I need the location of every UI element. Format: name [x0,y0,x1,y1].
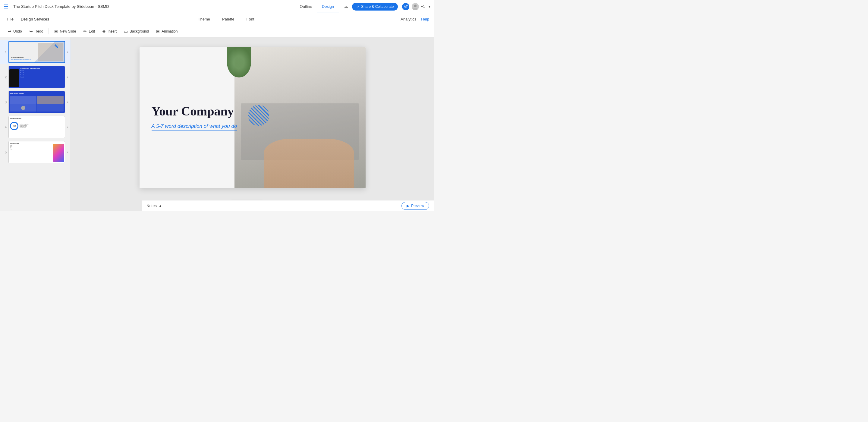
undo-icon: ↩ [8,29,11,34]
slide-thumbnail-5: The Product Point 1Point 2Point 3Point 4 [8,141,65,163]
slide-2-chevron[interactable]: › [67,75,68,79]
slide-3-chevron[interactable]: › [67,100,68,104]
tab-design[interactable]: Design [317,1,339,12]
company-logo [248,105,269,126]
nav-tabs: Outline Design [295,1,339,12]
thumb3-cell4 [37,104,64,112]
slide-thumbnail-3: Who we are serving [8,91,65,113]
second-navigation: File Design Services Theme Palette Font … [0,13,434,25]
canvas-area: Your Company A 5-7 word description of w… [71,37,434,211]
edit-button[interactable]: ✏ Edit [80,27,98,35]
avatar-photo [411,2,420,11]
slide-panel: 1 Your Company A 5-7 word description of… [0,37,71,211]
redo-button[interactable]: ↪ Redo [26,27,46,35]
thumb5-colorblock [53,144,64,162]
notes-chevron-icon: ▲ [158,204,162,208]
slide-4-chevron[interactable]: › [67,125,68,129]
slide-number-5: 5 [2,150,7,154]
redo-icon: ↪ [29,29,33,34]
avatar-group: AT +1 [401,2,425,11]
top-navigation: ☰ The Startup Pitch Deck Template by Sli… [0,0,434,13]
thumb4-description: Use three competitive... similar product… [20,124,64,128]
toolbar-divider-1 [49,28,49,34]
animation-button[interactable]: ⊞ Animation [153,27,181,35]
slide-item-1[interactable]: 1 Your Company A 5-7 word description of… [0,40,70,64]
slide-number-2: 2 [2,76,7,79]
help-link[interactable]: Help [421,17,429,21]
thumb1-company: Your Company [11,56,31,58]
thumb1-laptop [38,43,63,61]
thumb2-point1: Point 1 [20,70,64,71]
tab-font[interactable]: Font [244,16,257,23]
analytics-link[interactable]: Analytics [401,17,416,21]
editor-toolbar: ↩ Undo ↪ Redo ⊞ New Slide ✏ Edit ⊕ Inser… [0,25,434,37]
notes-bar: Notes ▲ ▶ Preview [142,200,434,211]
slide-thumbnail-2: The Problem & Opportunity Point 1 Point … [8,66,65,88]
thumb1-circle [54,44,59,48]
insert-button[interactable]: ⊕ Insert [99,27,120,35]
thumb1-subtitle: A 5-7 word description of what you do [11,58,31,60]
avatar-at: AT [401,2,410,11]
chevron-down-icon[interactable]: ▾ [429,4,430,9]
slide-number-3: 3 [2,100,7,104]
cloud-icon: ☁ [344,4,348,9]
slide-number-1: 1 [2,50,7,54]
share-icon: ↗ [356,4,359,9]
file-menu-item[interactable]: File [5,16,16,23]
slide-thumbnail-4: The Market Size TAM Use three competitiv… [8,116,65,138]
thumb3-title: Who we are serving [10,93,64,94]
new-slide-button[interactable]: ⊞ New Slide [51,27,79,35]
thumb2-point2: Point 2 [20,72,64,73]
design-tabs-group: Theme Palette Font [52,16,401,23]
slide-canvas[interactable]: Your Company A 5-7 word description of w… [140,47,366,188]
company-subtitle-text: A 5-7 word description of what you do [152,123,237,131]
slide-number-4: 4 [2,125,7,129]
thumb4-title: The Market Size [10,118,64,119]
logo-circle [248,105,269,126]
thumb4-circle: TAM [10,122,19,130]
slide-item-4[interactable]: 4 The Market Size TAM Use three competit… [0,115,70,139]
app-title: The Startup Pitch Deck Template by Slide… [13,4,290,9]
file-menu-group: File Design Services [5,16,52,23]
background-icon: ▭ [124,29,128,34]
svg-point-1 [413,7,418,10]
insert-icon: ⊕ [102,29,106,34]
tab-palette[interactable]: Palette [220,16,237,23]
tab-theme[interactable]: Theme [195,16,213,23]
thumb2-point4: Point 4 [20,76,64,78]
menu-icon[interactable]: ☰ [4,3,8,10]
analytics-help-group: Analytics Help [401,17,429,21]
thumb2-title: The Problem & Opportunity [20,67,64,69]
avatar-count: +1 [421,4,425,9]
preview-button[interactable]: ▶ Preview [401,202,429,210]
slide-5-chevron[interactable]: › [67,150,68,154]
thumb3-cell1 [10,96,36,104]
slide-item-3[interactable]: 3 Who we are serving › [0,90,70,114]
canvas-wrapper: Your Company A 5-7 word description of w… [71,37,434,198]
hands-decoration [264,139,354,188]
thumb3-cell2 [37,96,64,104]
slide-item-5[interactable]: 5 The Product Point 1Point 2Point 3Point… [0,140,70,164]
animation-icon: ⊞ [156,29,160,34]
plant-decoration [227,47,251,78]
nav-right: ☁ ↗ Share & Collaborate AT +1 ▾ [344,2,430,11]
new-slide-icon: ⊞ [54,29,58,34]
slide-item-2[interactable]: 2 The Problem & Opportunity Point 1 Poin… [0,65,70,89]
edit-icon: ✏ [83,29,87,34]
slide-1-chevron[interactable]: › [67,50,68,54]
thumb2-point3: Point 3 [20,74,64,76]
undo-button[interactable]: ↩ Undo [5,27,25,35]
background-button[interactable]: ▭ Background [121,27,152,35]
thumb2-image [9,69,19,87]
slide-thumbnail-1: Your Company A 5-7 word description of w… [8,41,65,63]
design-services-menu-item[interactable]: Design Services [19,16,52,23]
share-collaborate-button[interactable]: ↗ Share & Collaborate [352,3,398,10]
thumb3-cell3 [10,104,36,112]
main-layout: 1 Your Company A 5-7 word description of… [0,37,434,211]
notes-label[interactable]: Notes ▲ [147,204,162,208]
tab-outline[interactable]: Outline [295,1,317,12]
svg-point-0 [414,4,417,7]
play-icon: ▶ [407,204,409,208]
